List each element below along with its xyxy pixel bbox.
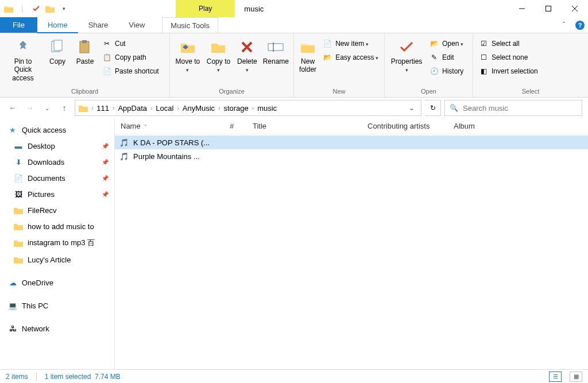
nav-onedrive[interactable]: ☁OneDrive (0, 274, 114, 291)
up-button[interactable]: ↑ (57, 101, 71, 115)
folder-icon (14, 238, 23, 247)
copy-to-button[interactable]: Copy to (204, 36, 233, 76)
properties-button[interactable]: Properties (388, 36, 425, 76)
open-button[interactable]: 📂Open (427, 38, 466, 49)
breadcrumb[interactable]: storage (223, 104, 248, 113)
edit-icon: ✎ (430, 53, 439, 62)
column-header-album[interactable]: Album (448, 122, 588, 130)
details-view-button[interactable]: ☰ (549, 372, 562, 382)
delete-icon (238, 38, 256, 56)
minimize-button[interactable] (509, 0, 535, 17)
edit-button[interactable]: ✎Edit (427, 52, 466, 63)
back-button[interactable]: ← (6, 101, 20, 115)
copy-path-icon: 📋 (102, 53, 111, 62)
nav-network[interactable]: 🖧Network (0, 320, 114, 336)
tab-music-tools[interactable]: Music Tools (162, 17, 218, 33)
select-all-button[interactable]: ☑Select all (477, 38, 540, 49)
easy-access-button[interactable]: 📂Easy access (320, 52, 381, 63)
chevron-right-icon[interactable]: › (111, 105, 115, 111)
chevron-right-icon[interactable]: › (149, 105, 153, 111)
qat-dropdown-icon[interactable]: ▾ (57, 2, 70, 15)
nav-recent-folder[interactable]: FileRecv (0, 202, 114, 218)
status-selection: 1 item selected 7.74 MB (45, 373, 121, 381)
nav-pictures[interactable]: 🖼Pictures📌 (0, 186, 114, 202)
rename-icon (266, 38, 285, 56)
folder-icon (79, 105, 88, 112)
maximize-button[interactable] (535, 0, 562, 17)
history-button[interactable]: 🕘History (427, 65, 466, 77)
search-input[interactable] (463, 104, 577, 113)
delete-button[interactable]: Delete (235, 36, 259, 76)
breadcrumb[interactable]: AppData (118, 104, 147, 113)
copy-to-icon (209, 38, 227, 56)
new-item-button[interactable]: 📄New item (320, 38, 381, 49)
copy-to-label: Copy to (206, 57, 232, 74)
group-label-open: Open (388, 88, 469, 97)
pictures-icon: 🖼 (14, 189, 23, 199)
nav-recent-folder[interactable]: instagram to mp3 百 (0, 234, 114, 252)
paste-label: Paste (76, 57, 94, 65)
close-button[interactable] (562, 0, 588, 17)
nav-recent-folder[interactable]: Lucy's Article (0, 252, 114, 268)
select-none-button[interactable]: ☐Select none (477, 52, 540, 63)
refresh-button[interactable]: ↻ (425, 100, 441, 116)
invert-selection-button[interactable]: ◧Invert selection (477, 65, 540, 77)
tab-view[interactable]: View (118, 17, 155, 33)
folder-icon (14, 222, 23, 231)
file-list[interactable]: 🎵 K DA - POP STARS (... 🎵 Purple Mountai… (115, 134, 588, 369)
breadcrumb[interactable]: Local (156, 104, 173, 113)
music-file-icon: 🎵 (119, 152, 129, 161)
context-tab-play[interactable]: Play (176, 0, 235, 17)
properties-qat-icon[interactable] (30, 2, 42, 15)
nav-downloads[interactable]: ⬇Downloads📌 (0, 154, 114, 170)
address-bar[interactable]: › 111 › AppData › Local › AnyMusic › sto… (75, 100, 421, 116)
chevron-right-icon[interactable]: › (251, 105, 255, 111)
cut-icon: ✂ (102, 39, 111, 48)
tab-home[interactable]: Home (37, 17, 78, 33)
nav-recent-folder[interactable]: how to add music to (0, 218, 114, 234)
move-to-button[interactable]: Move to (173, 36, 202, 76)
select-all-icon: ☑ (479, 39, 488, 48)
group-label-new: New (297, 88, 381, 97)
file-tab[interactable]: File (0, 17, 37, 33)
nav-this-pc[interactable]: 💻This PC (0, 297, 114, 314)
copy-path-button[interactable]: 📋Copy path (100, 52, 161, 63)
nav-desktop[interactable]: ▬Desktop📌 (0, 138, 114, 154)
column-header-title[interactable]: Title (247, 122, 362, 130)
help-button[interactable]: ? (572, 17, 588, 33)
tab-share[interactable]: Share (78, 17, 119, 33)
new-folder-button[interactable]: New folder (297, 36, 318, 76)
nav-documents[interactable]: 📄Documents📌 (0, 170, 114, 186)
thumbnails-view-button[interactable]: ▦ (570, 372, 582, 382)
breadcrumb[interactable]: AnyMusic (183, 104, 215, 113)
chevron-right-icon[interactable]: › (90, 105, 94, 111)
nav-quick-access[interactable]: ★Quick access (0, 122, 114, 138)
paste-shortcut-button[interactable]: 📄Paste shortcut (100, 65, 161, 77)
copy-button[interactable]: Copy (45, 36, 70, 68)
delete-label: Delete (236, 57, 258, 74)
select-none-icon: ☐ (479, 53, 488, 62)
pin-to-quick-access-button[interactable]: Pin to Quick access (3, 36, 42, 84)
breadcrumb[interactable]: 111 (96, 104, 109, 113)
collapse-ribbon-icon[interactable]: ˆ (556, 17, 572, 33)
cut-button[interactable]: ✂Cut (100, 38, 161, 49)
forward-button[interactable]: → (23, 101, 37, 115)
ribbon-group-open: Properties 📂Open ✎Edit 🕘History Open (385, 33, 473, 97)
chevron-right-icon[interactable]: › (176, 105, 180, 111)
navigation-pane: ★Quick access ▬Desktop📌 ⬇Downloads📌 📄Doc… (0, 118, 115, 369)
ribbon-group-select: ☑Select all ☐Select none ◧Invert selecti… (473, 33, 588, 97)
breadcrumb[interactable]: music (257, 104, 277, 113)
paste-button[interactable]: Paste (72, 36, 98, 68)
rename-button[interactable]: Rename (262, 36, 290, 68)
column-header-name[interactable]: Name˄ (115, 122, 224, 130)
recent-locations-button[interactable]: ⌄ (40, 101, 54, 115)
folder-qat-icon[interactable] (44, 2, 56, 15)
column-header-num[interactable]: # (224, 122, 247, 130)
documents-icon: 📄 (14, 173, 23, 183)
chevron-right-icon[interactable]: › (217, 105, 221, 111)
search-box[interactable]: 🔍 (444, 100, 582, 116)
list-item[interactable]: 🎵 K DA - POP STARS (... (115, 136, 588, 149)
address-history-dropdown[interactable]: ⌄ (406, 104, 417, 112)
list-item[interactable]: 🎵 Purple Mountains ... (115, 149, 588, 163)
column-header-artists[interactable]: Contributing artists (362, 122, 448, 130)
